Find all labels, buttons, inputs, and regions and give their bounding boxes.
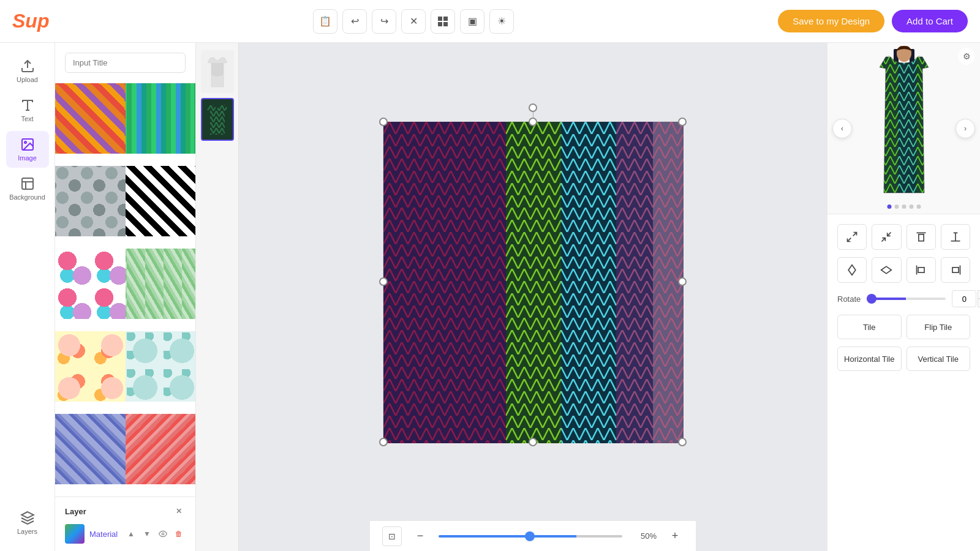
rotate-value: 0 <box>952 290 976 307</box>
carousel-next-button[interactable]: › <box>956 119 975 138</box>
brightness-button[interactable]: ☀ <box>489 9 514 34</box>
layer-name: Material <box>89 530 119 539</box>
svg-rect-42 <box>918 268 924 272</box>
pattern-cell-8[interactable] <box>126 331 196 402</box>
paste-button[interactable]: 📋 <box>313 9 337 34</box>
compress-button[interactable] <box>872 224 901 250</box>
pattern-cell-10[interactable] <box>126 414 196 484</box>
layer-panel-title: Layer <box>65 507 86 516</box>
pattern-cell-9[interactable] <box>55 414 126 484</box>
carousel-dot-3[interactable] <box>902 204 906 209</box>
handle-bottom-right[interactable] <box>678 438 687 446</box>
panel-right: ⚙ <box>827 43 980 551</box>
preview-carousel: ⚙ <box>827 43 980 214</box>
handle-top-left[interactable] <box>379 118 388 126</box>
pattern-cell-1[interactable] <box>55 83 126 154</box>
handle-bottom-left[interactable] <box>379 438 388 446</box>
handle-mid-right[interactable] <box>678 277 687 286</box>
tile-row-2: Horizontal Tile Vertical Tile <box>837 347 970 371</box>
svg-rect-2 <box>438 22 442 26</box>
handle-top-center[interactable] <box>529 118 537 126</box>
svg-line-32 <box>882 238 886 242</box>
pattern-cell-5[interactable] <box>55 249 126 319</box>
svg-marker-40 <box>881 266 892 274</box>
layer-visibility-button[interactable] <box>156 527 170 541</box>
vertical-tile-button[interactable]: Vertical Tile <box>907 347 971 371</box>
title-input[interactable] <box>65 53 186 73</box>
handle-top-right[interactable] <box>678 118 687 126</box>
layer-delete-button[interactable]: 🗑 <box>172 527 186 541</box>
svg-rect-18 <box>445 122 506 443</box>
layer-actions: ▲ ▼ 🗑 <box>124 527 186 541</box>
pattern-cell-6[interactable] <box>126 249 196 319</box>
flip-horizontal-button[interactable] <box>872 257 901 283</box>
flip-tile-button[interactable]: Flip Tile <box>907 315 971 339</box>
sidebar-item-background[interactable]: Background <box>6 170 49 207</box>
layer-close-button[interactable]: ✕ <box>172 504 186 518</box>
expand-button[interactable] <box>837 224 867 250</box>
rotate-label: Rotate <box>837 294 861 304</box>
zoom-out-button[interactable]: − <box>412 528 429 545</box>
undo-button[interactable]: ↩ <box>342 9 367 34</box>
rotate-decrement-button[interactable]: ▼ <box>978 299 980 307</box>
sidebar-item-text[interactable]: Text <box>6 92 49 129</box>
rotate-increment-button[interactable]: ▲ <box>978 290 980 299</box>
main-content: Upload Text Image Background Layers <box>0 43 980 551</box>
design-canvas[interactable] <box>383 121 683 443</box>
align-left-button[interactable] <box>907 257 936 283</box>
redo-button[interactable]: ↪ <box>372 9 396 34</box>
design-svg <box>383 122 684 443</box>
layer-thumbnail <box>65 524 85 544</box>
grid-button[interactable] <box>431 9 455 34</box>
pattern-cell-3[interactable] <box>55 166 126 236</box>
image-icon <box>20 137 35 152</box>
layer-move-down-button[interactable]: ▼ <box>140 527 154 541</box>
thumbnail-2[interactable] <box>201 98 234 141</box>
pattern-cell-2[interactable] <box>126 83 196 154</box>
align-top-button[interactable] <box>907 224 936 250</box>
sidebar-left: Upload Text Image Background Layers <box>0 43 55 551</box>
rotate-spinner: ▲ ▼ <box>978 290 980 307</box>
sidebar-item-image[interactable]: Image <box>6 131 49 168</box>
handle-mid-left[interactable] <box>379 277 388 286</box>
align-right-button[interactable] <box>941 257 970 283</box>
carousel-prev-button[interactable]: ‹ <box>832 119 852 138</box>
align-bottom-button[interactable] <box>941 224 970 250</box>
rotate-value-group: 0 ▲ ▼ <box>952 290 980 307</box>
zoom-slider[interactable] <box>439 535 622 538</box>
layers-icon <box>20 511 35 525</box>
svg-rect-0 <box>438 17 442 21</box>
svg-rect-1 <box>443 17 448 21</box>
layers-label: Layers <box>17 528 37 535</box>
header: Sup 📋 ↩ ↪ ✕ ▣ ☀ Save to my Design Add to… <box>0 0 980 43</box>
save-button[interactable]: Save to my Design <box>778 10 884 32</box>
rotate-slider[interactable] <box>867 298 946 300</box>
sidebar-item-layers[interactable]: Layers <box>6 504 49 541</box>
carousel-dot-5[interactable] <box>916 204 921 209</box>
sidebar-item-upload[interactable]: Upload <box>6 53 49 89</box>
bottom-toolbar: ⊡ − 50% + <box>370 520 696 551</box>
layer-move-up-button[interactable]: ▲ <box>124 527 138 541</box>
crop-button[interactable]: ▣ <box>460 9 484 34</box>
pattern-grid <box>55 83 195 497</box>
add-to-cart-button[interactable]: Add to Cart <box>892 10 968 32</box>
tile-button[interactable]: Tile <box>837 315 902 339</box>
carousel-dot-4[interactable] <box>909 204 913 209</box>
carousel-dot-1[interactable] <box>887 204 891 209</box>
settings-icon[interactable]: ⚙ <box>958 48 975 65</box>
carousel-dot-2[interactable] <box>894 204 899 209</box>
pattern-cell-7[interactable] <box>55 331 126 402</box>
thumbnail-1[interactable] <box>201 50 234 93</box>
horizontal-tile-button[interactable]: Horizontal Tile <box>837 347 902 371</box>
canvas-area: ⊡ − 50% + <box>239 43 827 551</box>
frame-button[interactable]: ⊡ <box>382 527 402 546</box>
svg-line-31 <box>848 238 851 242</box>
pattern-cell-4[interactable] <box>126 166 196 236</box>
handle-bottom-center[interactable] <box>529 438 537 446</box>
svg-marker-39 <box>848 265 856 276</box>
flip-vertical-button[interactable] <box>837 257 867 283</box>
transform-row-2 <box>837 257 970 283</box>
zoom-in-button[interactable]: + <box>666 528 684 545</box>
close-button[interactable]: ✕ <box>401 9 426 34</box>
svg-point-8 <box>24 141 26 143</box>
